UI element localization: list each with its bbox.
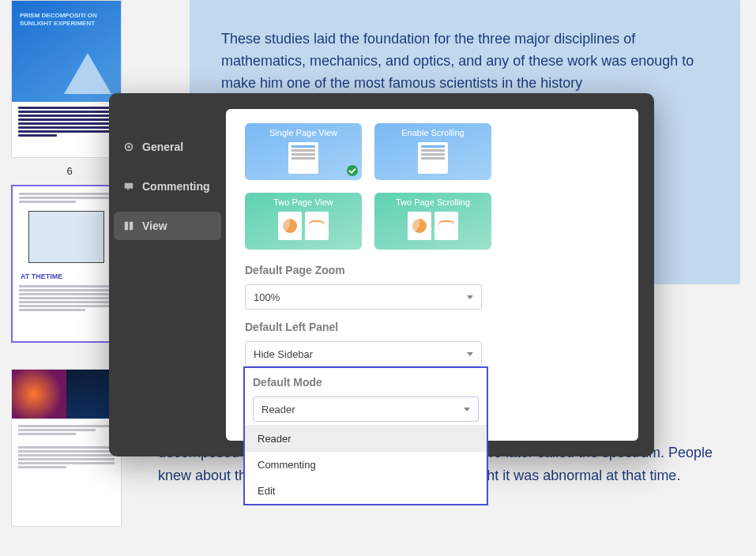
dropdown-option-reader[interactable]: Reader xyxy=(245,426,487,452)
left-panel-label: Default Left Panel xyxy=(245,321,619,333)
thumb-diagram xyxy=(28,211,104,263)
dropdown-option-edit[interactable]: Edit xyxy=(245,478,487,504)
page-thumbnail[interactable]: AT THETIME xyxy=(11,185,122,343)
view-icon xyxy=(123,220,134,231)
default-left-panel-select[interactable]: Hide Sidebar xyxy=(245,341,482,366)
sidebar-item-general[interactable]: General xyxy=(114,133,221,161)
page-thumbnail[interactable] xyxy=(11,369,122,527)
thumb-image-row xyxy=(12,370,121,419)
dropdown-option-commenting[interactable]: Commenting xyxy=(245,452,487,478)
thumb-text-preview xyxy=(19,285,114,311)
page-preview-icon xyxy=(374,212,491,240)
view-option-two-page[interactable]: Two Page View xyxy=(245,193,362,250)
view-option-label: Enable Scrolling xyxy=(374,128,491,137)
view-option-label: Two Page View xyxy=(245,197,362,207)
select-value: 100% xyxy=(254,291,280,303)
check-icon xyxy=(347,165,358,176)
modal-sidebar: General Commenting View xyxy=(109,93,226,456)
select-value: Hide Sidebar xyxy=(254,348,313,360)
gear-icon xyxy=(123,141,134,152)
svg-rect-2 xyxy=(125,183,134,189)
prism-graphic xyxy=(64,53,111,94)
sidebar-item-label: View xyxy=(142,220,167,232)
page-thumbnail[interactable]: PRISM DECOMPOSITI ON SUNLIGHT EXPERIMENT xyxy=(11,0,122,158)
modal-content: Single Page View Enable Scrolling Two Pa… xyxy=(226,109,638,441)
thumb-text-preview xyxy=(12,102,121,143)
zoom-label: Default Page Zoom xyxy=(245,264,619,276)
sidebar-item-label: Commenting xyxy=(142,180,210,193)
sidebar-item-commenting[interactable]: Commenting xyxy=(114,172,221,201)
page-preview-icon xyxy=(245,212,362,240)
thumb-text-preview xyxy=(12,419,121,476)
thumb-text-preview xyxy=(19,193,114,203)
page-preview-icon xyxy=(418,142,448,174)
default-mode-dropdown: Reader Commenting Edit xyxy=(245,425,487,504)
thumb-title: PRISM DECOMPOSITI ON SUNLIGHT EXPERIMENT xyxy=(20,12,121,28)
svg-rect-4 xyxy=(130,222,133,231)
preferences-modal: General Commenting View Single Page View… xyxy=(109,93,654,456)
default-mode-label: Default Mode xyxy=(253,376,479,389)
view-option-label: Single Page View xyxy=(245,128,362,137)
view-option-label: Two Page Scrolling xyxy=(374,197,491,207)
svg-rect-3 xyxy=(125,222,128,231)
select-value: Reader xyxy=(261,404,295,415)
view-option-two-page-scrolling[interactable]: Two Page Scrolling xyxy=(374,193,491,250)
default-mode-select[interactable]: Reader xyxy=(253,396,479,422)
view-option-single-page[interactable]: Single Page View xyxy=(245,123,362,180)
default-zoom-select[interactable]: 100% xyxy=(245,284,482,310)
default-mode-section: Default Mode Reader Reader Commenting Ed… xyxy=(243,366,488,505)
sidebar-item-view[interactable]: View xyxy=(114,212,221,240)
view-option-enable-scrolling[interactable]: Enable Scrolling xyxy=(374,123,491,180)
sidebar-item-label: General xyxy=(142,141,183,153)
comment-icon xyxy=(123,181,134,192)
document-paragraph: These studies laid the foundation for th… xyxy=(221,31,694,91)
svg-point-1 xyxy=(127,145,130,148)
page-preview-icon xyxy=(288,142,318,174)
thumb-heading: AT THETIME xyxy=(21,272,114,280)
